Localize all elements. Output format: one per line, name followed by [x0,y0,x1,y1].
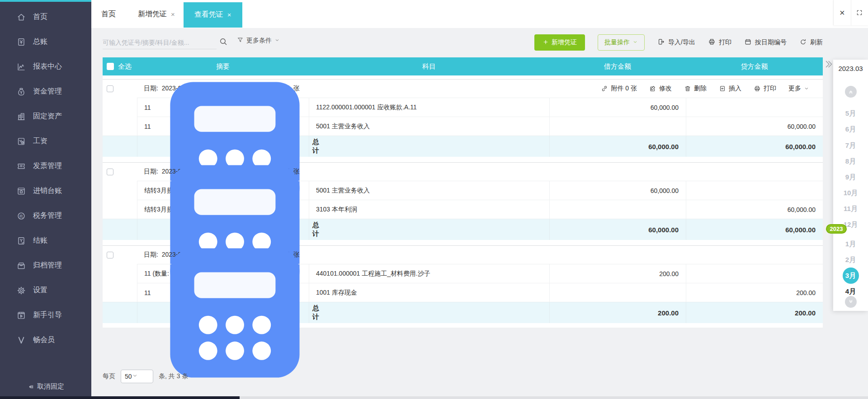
tab-close-icon[interactable]: × [227,11,231,19]
per-page-label: 每页 [103,372,115,380]
sidebar-item-home[interactable]: 首页 [0,5,91,29]
collapse-icon [27,383,35,391]
year-badge: 2023 [826,224,847,234]
delete-link[interactable]: 删除 [684,84,707,93]
search-field-wrap [103,36,217,49]
column-header-debit: 借方金额 [549,62,686,71]
sidebar-item-closing[interactable]: 结账 [0,228,91,253]
batch-actions-label: 批量操作 [604,38,630,47]
row-subject: 5001 主营业务收入 [309,181,549,200]
sidebar: 首页总账报表中心资金管理固定资产工资发票管理进销台账税税务管理结账归档管理设置新… [0,0,91,396]
print-button[interactable]: 打印 [708,38,731,47]
row-credit [686,264,823,283]
row-checkbox[interactable] [107,252,113,258]
number-by-date-button[interactable]: 按日期编号 [744,38,787,47]
attachment-link[interactable]: 附件 0 张 [601,84,637,93]
scroll-down-icon[interactable] [845,296,857,308]
sidebar-item-funds[interactable]: 资金管理 [0,79,91,104]
row-subject: 1122.000001.000001 应收账款.A.11 [309,98,549,117]
window-controls: × [833,0,868,25]
tab-view-voucher[interactable]: 查看凭证× [184,2,242,28]
sidebar-item-guide[interactable]: 新手引导 [0,303,91,328]
sidebar-item-label: 报表中心 [33,62,62,71]
collapse-month-panel-icon[interactable] [823,59,834,70]
sidebar-collapse-button[interactable]: 取消固定 [0,382,91,391]
sidebar-item-member[interactable]: 畅会员 [0,328,91,352]
printer-icon [708,38,716,46]
dblup-icon [848,89,854,95]
tab-new-voucher[interactable]: 新增凭证× [138,9,175,19]
row-checkbox[interactable] [107,85,113,92]
month-item-10[interactable]: 10月 [833,188,868,198]
batch-actions-button[interactable]: 批量操作 [598,34,645,51]
row-debit [549,117,686,136]
import-export-label: 导入/导出 [668,38,695,47]
select-all-checkbox[interactable] [107,63,114,70]
sidebar-item-tax[interactable]: 税税务管理 [0,203,91,228]
print-row-label: 打印 [764,84,776,93]
tab-close-icon[interactable]: × [171,10,175,18]
row-debit [549,283,686,302]
sidebar-item-ledger[interactable]: 总账 [0,29,91,54]
sidebar-item-inout[interactable]: 进销台账 [0,178,91,203]
month-item-6[interactable]: 6月 [833,124,868,135]
total-credit: 60,000.00 [686,219,823,240]
print-label: 打印 [719,38,731,47]
close-icon[interactable]: × [834,0,851,25]
total-credit: 200.00 [686,302,823,323]
tab-home[interactable]: 首页 [101,9,116,19]
per-page-value: 50 [125,373,132,380]
sidebar-item-assets[interactable]: 固定资产 [0,104,91,129]
sidebar-item-label: 固定资产 [33,112,62,121]
member-icon [16,335,26,345]
dblright-icon [823,59,834,70]
add-voucher-button[interactable]: 新增凭证 [534,34,585,51]
row-credit: 60,000.00 [686,117,823,136]
edit-link[interactable]: 修改 [649,84,672,93]
month-item-9[interactable]: 9月 [833,172,868,183]
fullscreen-icon[interactable] [851,0,868,25]
sidebar-item-settings[interactable]: 设置 [0,278,91,303]
sidebar-item-archive[interactable]: 归档管理 [0,253,91,278]
import-export-button[interactable]: 导入/导出 [657,38,695,47]
voucher-table: 全选 摘要 科目 借方金额 贷方金额 日期: 2023-03-18凭证字号: 记… [103,57,823,328]
month-item-4[interactable]: 4月 [833,286,868,297]
search-input[interactable] [103,36,217,49]
sidebar-collapse-label: 取消固定 [37,382,64,391]
month-item-8[interactable]: 8月 [833,156,868,167]
assets-icon [16,112,26,122]
insert-link[interactable]: 插入 [719,84,741,93]
row-checkbox[interactable] [107,169,113,175]
settings-icon [16,286,26,296]
sidebar-item-salary[interactable]: 工资 [0,129,91,154]
more-link[interactable]: 更多 [788,84,809,93]
row-debit: 60,000.00 [549,98,686,117]
sidebar-item-label: 归档管理 [33,261,62,270]
chev-icon [632,39,638,45]
more-filters-button[interactable]: 更多条件 [237,37,280,45]
taskbar-strip [0,396,240,399]
voucher-group: 日期: 2023-03-31凭证字号: 记-002附单据 张结转3月损益5001… [103,162,823,240]
month-item-1[interactable]: 1月 [833,239,868,249]
month-panel: 2023.03 5月6月7月8月9月10月11月12月1月2月3月4月 2023 [833,60,868,311]
print-row-link[interactable]: 打印 [754,84,776,93]
per-page-select[interactable]: 50 [121,370,153,383]
row-actions: 附件 0 张修改删除插入打印更多 [601,84,823,93]
month-item-3[interactable]: 3月 [833,268,868,278]
sidebar-item-report[interactable]: 报表中心 [0,54,91,79]
sidebar-item-label: 工资 [33,136,47,146]
toolbar: 更多条件 新增凭证 批量操作 导入/导出 打印 按日期编号 刷新 [91,28,868,57]
sidebar-item-invoice[interactable]: 发票管理 [0,154,91,178]
scroll-up-icon[interactable] [845,86,857,98]
report-icon [16,62,26,72]
bottom-strip [0,396,868,399]
month-item-11[interactable]: 11月 [833,203,868,214]
trash-icon [684,85,691,92]
sidebar-item-label: 资金管理 [33,87,62,96]
month-item-2[interactable]: 2月 [833,254,868,265]
month-item-7[interactable]: 7月 [833,140,868,151]
row-subject: 3103 本年利润 [309,200,549,219]
delete-label: 删除 [694,84,707,93]
month-item-5[interactable]: 5月 [833,108,868,119]
refresh-button[interactable]: 刷新 [799,38,823,47]
